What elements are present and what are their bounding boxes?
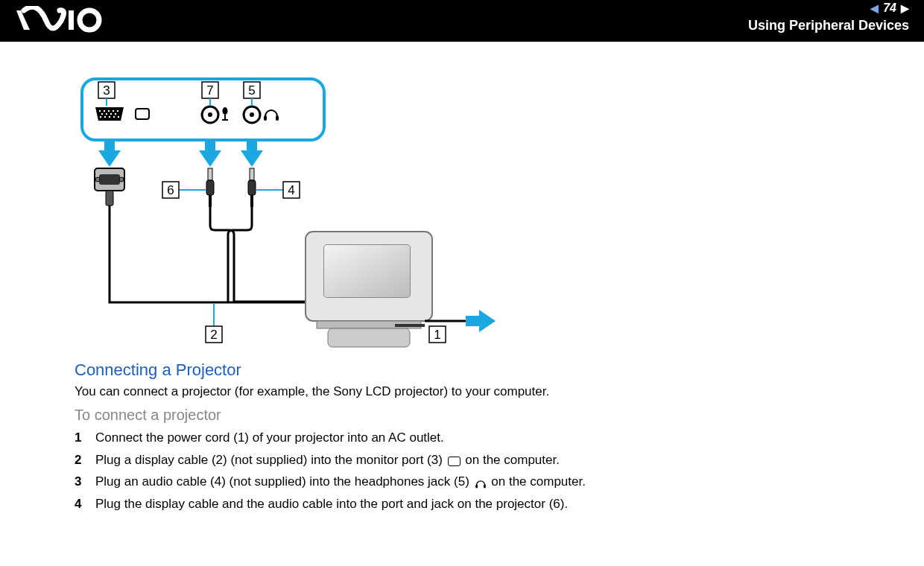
step-text: Plug a display cable (2) (not supplied) …: [95, 451, 560, 470]
svg-rect-32: [208, 168, 212, 180]
page-header: ◀ 74 ▶ Using Peripheral Devices: [0, 0, 924, 42]
page-nav: ◀ 74 ▶: [870, 1, 909, 15]
prev-page-arrow[interactable]: ◀: [870, 2, 879, 14]
svg-rect-35: [250, 168, 254, 180]
svg-point-8: [101, 113, 103, 115]
svg-rect-25: [264, 115, 267, 121]
svg-point-14: [109, 116, 110, 118]
svg-point-15: [113, 116, 115, 118]
callout-7: 7: [206, 83, 213, 98]
svg-rect-42: [328, 328, 410, 347]
header-section-title: Using Peripheral Devices: [748, 18, 909, 34]
intro-text: You can connect a projector (for example…: [75, 384, 872, 399]
page-number: 74: [883, 1, 896, 15]
sub-heading: To connect a projector: [75, 407, 872, 424]
step-text: Plug an audio cable (4) (not supplied) i…: [95, 472, 586, 492]
step-text: Plug the display cable and the audio cab…: [95, 495, 568, 514]
step-number: 1: [75, 428, 95, 448]
step-text: Connect the power cord (1) of your proje…: [95, 428, 444, 448]
svg-point-10: [110, 113, 112, 115]
callout-4: 4: [288, 183, 294, 197]
svg-rect-33: [206, 180, 214, 195]
svg-point-13: [104, 116, 106, 118]
section-heading: Connecting a Projector: [75, 360, 872, 380]
callout-1: 1: [434, 328, 440, 342]
step-4: 4 Plug the display cable and the audio c…: [75, 495, 872, 514]
svg-point-20: [223, 107, 228, 115]
svg-point-9: [106, 113, 107, 115]
svg-point-11: [115, 113, 116, 115]
headphones-jack-icon: [475, 477, 487, 488]
svg-point-16: [118, 116, 119, 118]
svg-rect-17: [136, 109, 149, 119]
page-content: 3 7 5 6 4 2 1: [0, 42, 924, 513]
svg-rect-0: [69, 10, 74, 30]
svg-rect-43: [395, 324, 425, 327]
svg-rect-28: [99, 174, 120, 185]
svg-rect-37: [250, 195, 253, 207]
svg-point-1: [80, 10, 99, 30]
svg-point-3: [99, 110, 101, 112]
svg-point-29: [95, 177, 100, 182]
svg-point-30: [119, 177, 124, 182]
steps-list: 1 Connect the power cord (1) of your pro…: [75, 428, 872, 513]
callout-5: 5: [248, 83, 255, 98]
svg-rect-57: [475, 484, 478, 488]
connection-diagram: 3 7 5 6 4 2 1: [75, 64, 522, 354]
svg-point-24: [250, 112, 254, 117]
svg-point-19: [208, 112, 212, 117]
next-page-arrow[interactable]: ▶: [901, 2, 909, 14]
svg-rect-31: [106, 191, 113, 206]
svg-rect-36: [248, 180, 256, 195]
callout-3: 3: [103, 83, 110, 98]
svg-point-4: [104, 110, 105, 112]
monitor-port-icon: [448, 457, 461, 466]
step-2: 2 Plug a display cable (2) (not supplied…: [75, 451, 872, 470]
svg-rect-26: [276, 115, 279, 121]
svg-point-12: [100, 116, 101, 118]
svg-point-7: [117, 110, 118, 112]
svg-rect-58: [484, 484, 486, 488]
callout-6: 6: [167, 183, 174, 197]
step-number: 2: [75, 451, 95, 470]
svg-rect-34: [209, 195, 212, 207]
step-number: 4: [75, 495, 95, 514]
svg-rect-40: [324, 245, 410, 297]
svg-point-5: [108, 110, 110, 112]
step-1: 1 Connect the power cord (1) of your pro…: [75, 428, 872, 448]
callout-2: 2: [210, 328, 217, 342]
step-number: 3: [75, 472, 95, 492]
step-3: 3 Plug an audio cable (4) (not supplied)…: [75, 472, 872, 492]
svg-point-6: [113, 110, 114, 112]
vaio-logo: [15, 6, 104, 34]
